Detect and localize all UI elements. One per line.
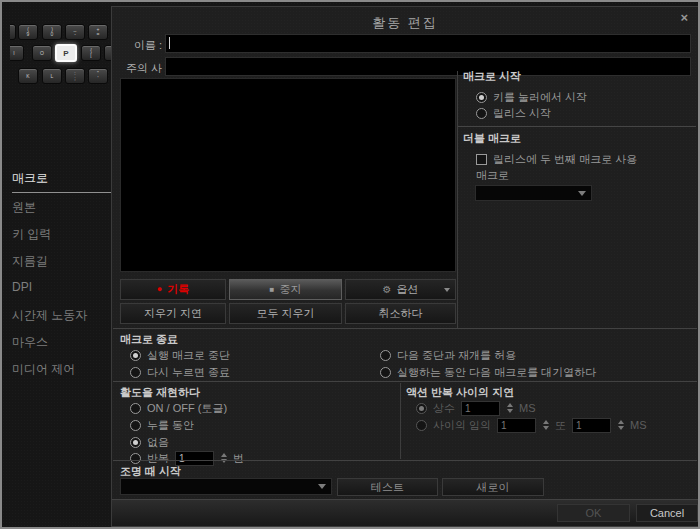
options-button[interactable]: ⚙ 옵션 [345, 279, 456, 300]
radio-queue-next-macro[interactable] [380, 367, 391, 378]
delay-title: 액션 반복 사이의 지연 [406, 385, 514, 400]
radio-none[interactable] [130, 437, 141, 448]
option-stop-running-macro[interactable]: 실행 매크로 중단 [130, 348, 230, 362]
divider [113, 460, 697, 461]
option-constant-delay[interactable]: 상수 1 MS [416, 401, 536, 415]
app-window: ( 9 ) 0 _ - + = I O P { [ } ] K L : ; " … [0, 0, 700, 529]
lighting-macro-dropdown[interactable] [120, 478, 332, 495]
radio-on-off-toggle[interactable] [130, 403, 141, 414]
record-button[interactable]: ● 기록 [120, 279, 226, 300]
delete-delay-button[interactable]: 지우기 지연 [120, 303, 226, 324]
option-end-on-repress[interactable]: 다시 누르면 종료 [130, 365, 230, 379]
spinner-down-icon[interactable] [618, 426, 624, 430]
macro-end-title: 매크로 종료 [120, 332, 178, 347]
checkbox-second-macro[interactable] [476, 154, 487, 165]
keyboard-key[interactable]: L [42, 68, 62, 84]
keyboard-key-highlighted[interactable]: P [55, 44, 77, 62]
macro-select-dropdown[interactable] [475, 185, 592, 201]
option-random-delay[interactable]: 사이의 임의 1 또 1 MS [416, 418, 647, 432]
option-none[interactable]: 없음 [130, 435, 169, 449]
sidebar-item-dpi[interactable]: DPI [12, 280, 111, 298]
sidebar-nav: 매크로 원본 키 입력 지름길 DPI 시간제 노동자 마우스 미디어 제어 [12, 170, 111, 388]
sidebar-item-macro[interactable]: 매크로 [12, 170, 111, 193]
divider [113, 328, 697, 329]
spinner-down-icon[interactable] [507, 409, 513, 413]
radio-start-on-press[interactable] [476, 92, 487, 103]
radio-stop-running-macro[interactable] [130, 350, 141, 361]
double-macro-title: 더블 매크로 [463, 131, 697, 146]
options-gear-icon: ⚙ [383, 285, 392, 295]
playback-title: 활도을 재현하다 [120, 385, 200, 400]
radio-constant-delay[interactable] [416, 403, 427, 414]
radio-while-pressed[interactable] [130, 420, 141, 431]
name-input[interactable] [165, 34, 691, 53]
keyboard-key[interactable]: I [10, 45, 24, 61]
option-label: 릴리스 시작 [493, 106, 551, 121]
radio-start-on-release[interactable] [476, 108, 487, 119]
option-second-macro[interactable]: 릴리스에 두 번째 매크로 사용 [463, 151, 697, 167]
random-delay-min-input[interactable]: 1 [497, 418, 536, 433]
keyboard-key[interactable]: ) 0 [42, 24, 62, 40]
option-start-on-press[interactable]: 키를 눌러에서 시작 [463, 89, 697, 105]
new-button[interactable]: 새로이 [442, 478, 544, 496]
macro-start-title: 매크로 시작 [463, 69, 697, 84]
radio-end-on-repress[interactable] [130, 367, 141, 378]
dropdown-caret-icon [578, 191, 586, 196]
dropdown-caret-icon [444, 288, 450, 292]
keyboard-key[interactable]: + = [88, 24, 108, 40]
close-icon[interactable]: × [680, 12, 688, 24]
dialog-footer: OK Cancel [112, 499, 698, 526]
option-while-pressed[interactable]: 누를 동안 [130, 418, 194, 432]
record-icon: ● [157, 285, 162, 294]
cancel-button[interactable]: Cancel [636, 504, 698, 522]
sidebar-item-timer[interactable]: 시간제 노동자 [12, 307, 111, 325]
option-repeat[interactable]: 반복 1 번 [130, 451, 244, 465]
spinner-arrows[interactable] [543, 420, 549, 430]
stop-button[interactable]: ■ 중지 [229, 279, 342, 300]
dialog-title: 활동 편집 [112, 14, 698, 32]
option-label: 릴리스에 두 번째 매크로 사용 [493, 152, 637, 167]
keyboard-key[interactable]: ( 9 [18, 24, 38, 40]
option-label: 키를 눌러에서 시작 [493, 90, 587, 105]
test-button[interactable]: 테스트 [337, 478, 438, 496]
sidebar-item-key-input[interactable]: 키 입력 [12, 226, 111, 244]
sidebar-item-media-control[interactable]: 미디어 제어 [12, 361, 111, 379]
option-queue-next-macro[interactable]: 실행하는 동안 다음 매크로를 대기열하다 [380, 365, 596, 379]
spinner-arrows[interactable] [618, 420, 624, 430]
spinner-up-icon[interactable] [618, 420, 624, 424]
cancel-recording-button[interactable]: 취소하다 [345, 303, 456, 324]
spinner-up-icon[interactable] [543, 420, 549, 424]
keyboard-key[interactable]: O [32, 45, 52, 61]
constant-delay-input[interactable]: 1 [461, 401, 500, 416]
radio-allow-pause-resume[interactable] [380, 350, 391, 361]
macro-event-list[interactable] [120, 78, 456, 272]
random-delay-max-input[interactable]: 1 [572, 418, 611, 433]
keyboard-key[interactable]: : ; [65, 68, 85, 84]
keyboard-preview: ( 9 ) 0 _ - + = I O P { [ } ] K L : ; " … [10, 24, 112, 92]
divider [113, 381, 697, 382]
radio-random-delay[interactable] [416, 420, 427, 431]
delete-all-button[interactable]: 모두 지우기 [229, 303, 342, 324]
keyboard-key[interactable]: K [18, 68, 38, 84]
spinner-down-icon[interactable] [543, 426, 549, 430]
divider [457, 71, 458, 328]
name-label: 이름 : [112, 38, 162, 53]
option-allow-pause-resume[interactable]: 다음 중단과 재개를 허용 [380, 348, 516, 362]
sidebar-item-shortcut[interactable]: 지름길 [12, 253, 111, 271]
sidebar-item-original[interactable]: 원본 [12, 199, 111, 217]
keyboard-key[interactable] [10, 24, 16, 40]
keyboard-key[interactable]: " ' [88, 68, 108, 84]
sidebar-item-mouse[interactable]: 마우스 [12, 334, 111, 352]
option-start-on-release[interactable]: 릴리스 시작 [463, 105, 697, 121]
spinner-arrows[interactable] [221, 453, 227, 463]
edit-action-dialog: 활동 편집 × 이름 : 주의 사항: 매크로 시작 키를 눌러에서 시작 릴리… [111, 6, 699, 527]
spinner-up-icon[interactable] [221, 453, 227, 457]
spinner-arrows[interactable] [507, 403, 513, 413]
ok-button[interactable]: OK [557, 504, 630, 522]
spinner-up-icon[interactable] [507, 403, 513, 407]
keyboard-key[interactable]: _ - [65, 24, 85, 40]
text-caret [169, 37, 170, 49]
option-on-off-toggle[interactable]: ON / OFF (토글) [130, 401, 227, 415]
keyboard-key[interactable]: { [ [81, 45, 101, 61]
radio-repeat[interactable] [130, 453, 141, 464]
